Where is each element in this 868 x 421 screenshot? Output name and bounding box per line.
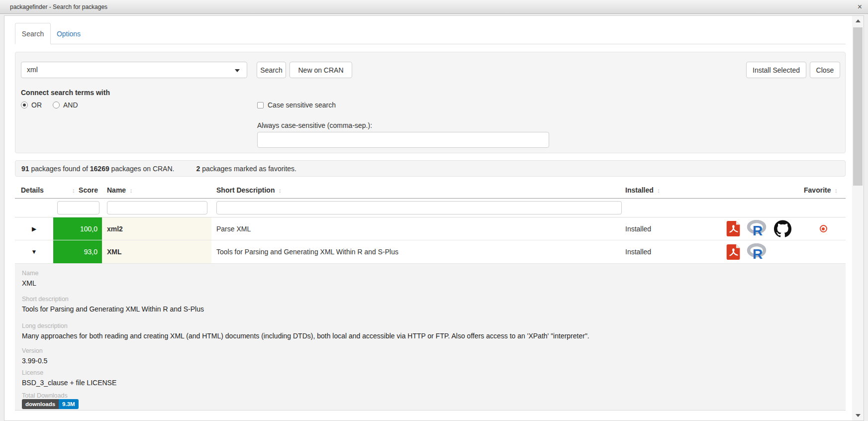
sort-icon: ↕ [129,187,133,194]
downloads-badge-value: 9.3M [59,399,79,409]
close-button[interactable]: Close [810,62,840,78]
install-selected-button[interactable]: Install Selected [746,62,806,78]
radio-and[interactable] [53,102,60,108]
package-short-description: Parse XML [211,217,622,240]
detail-field-long-description: Long description Many approaches for bot… [22,322,589,340]
sort-icon: ↕ [835,187,838,194]
table-row: ▼ 93,0 XML Tools for Parsing and Generat… [15,240,846,264]
window-close-icon[interactable]: × [858,2,862,12]
table-filter-row [15,199,846,217]
name-filter-input[interactable] [107,201,207,214]
connect-terms-radio-group: OR AND [21,101,89,109]
score-filter-input[interactable] [57,201,99,214]
svg-text:R: R [753,223,763,237]
detail-field-name: Name XML [22,270,38,287]
found-text-1: packages found of [29,165,90,173]
search-button[interactable]: Search [257,62,286,78]
column-header-name[interactable]: Name ↕ [102,182,211,198]
case-sensitive-label[interactable]: Case sensitive search [268,101,336,109]
favorites-text: packages marked as favorites. [200,165,296,173]
search-term-combobox[interactable]: xml [21,62,247,78]
tab-options[interactable]: Options [51,23,87,44]
score-cell: 100,0 [53,217,102,240]
scrollbar-thumb[interactable] [853,27,863,186]
radio-or-label[interactable]: OR [31,101,42,109]
column-header-score[interactable]: ↕ Score [53,182,102,198]
total-count: 16269 [90,165,109,173]
new-on-cran-button[interactable]: New on CRAN [289,62,352,78]
pdf-manual-icon[interactable] [726,244,741,260]
column-header-details[interactable]: Details [15,182,53,198]
scroll-up-icon[interactable] [852,16,864,26]
package-name: XML [102,240,211,263]
expand-row-icon[interactable]: ▶ [32,225,36,232]
scroll-down-icon[interactable] [852,411,864,421]
installed-status: Installed [622,217,716,240]
short-description-filter-input[interactable] [216,201,622,214]
package-name: xml2 [102,217,211,240]
sort-icon: ↕ [72,187,76,194]
column-header-links [716,182,801,198]
collapse-row-icon[interactable]: ▼ [31,248,37,255]
case-sensitive-checkbox[interactable] [257,102,264,108]
r-project-icon[interactable]: R [747,243,769,261]
package-short-description: Tools for Parsing and Generating XML Wit… [211,240,622,263]
status-bar: 91 packages found of 16269 packages on C… [15,160,846,177]
case-sensitive-row: Case sensitive search [257,101,336,109]
found-text-2: packages on CRAN. [109,165,175,173]
always-case-sensitive-input[interactable] [257,132,549,148]
downloads-badge-label: downloads [22,399,59,409]
pdf-manual-icon[interactable] [726,221,741,236]
always-case-sensitive-label: Always case-sensitive (comma-sep.): [257,121,372,129]
table-header-row: Details ↕ Score Name ↕ Short Description… [15,182,846,199]
sort-icon: ↕ [278,187,282,194]
found-count: 91 [21,165,29,173]
sort-icon: ↕ [657,187,661,194]
vertical-scrollbar[interactable] [852,16,864,421]
r-project-icon[interactable]: R [747,220,769,237]
detail-field-total-downloads: Total Downloads [22,392,68,399]
tab-search[interactable]: Search [15,23,51,44]
svg-text:R: R [753,246,763,261]
installed-status: Installed [622,240,716,263]
detail-field-short-description: Short description Tools for Parsing and … [22,296,204,313]
package-detail-panel: Name XML Short description Tools for Par… [15,264,846,411]
radio-or[interactable] [21,102,28,108]
favorite-marker-icon[interactable] [820,225,827,232]
downloads-badge: downloads 9.3M [22,399,79,409]
search-term-value: xml [27,66,38,74]
detail-field-version: Version 3.99-0.5 [22,347,47,365]
package-links: R [716,240,801,263]
radio-and-label[interactable]: AND [63,101,78,109]
score-cell: 93,0 [53,240,102,263]
window-title: packagefinder - Search for packages [10,3,107,10]
detail-field-license: License BSD_3_clause + file LICENSE [22,369,116,387]
column-header-installed[interactable]: Installed ↕ [622,182,716,198]
package-links: R [716,217,801,240]
column-header-short-description[interactable]: Short Description ↕ [211,182,622,198]
window-titlebar: packagefinder - Search for packages × [0,0,868,14]
connect-terms-label: Connect search terms with [21,89,110,97]
chevron-down-icon[interactable] [235,69,240,72]
table-row: ▶ 100,0 xml2 Parse XML Installed R [15,217,846,240]
tab-bar-divider [15,44,846,44]
column-header-favorite[interactable]: Favorite ↕ [801,182,846,198]
github-icon[interactable] [774,220,791,237]
